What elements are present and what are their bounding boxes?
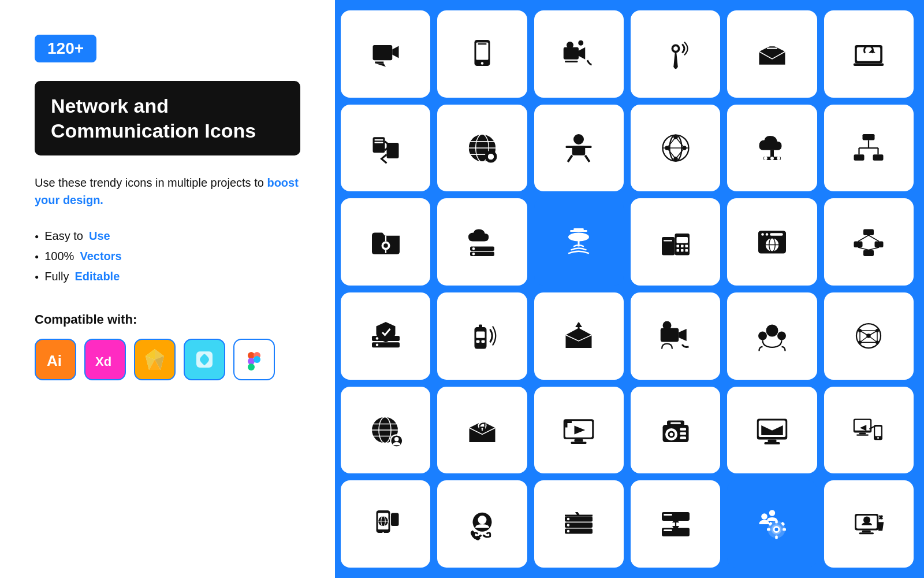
svg-line-140: [860, 336, 869, 342]
left-panel: 120+ Network and Communication Icons Use…: [0, 0, 335, 578]
svg-rect-168: [680, 428, 686, 431]
svg-rect-86: [570, 230, 587, 232]
svg-point-27: [673, 47, 678, 51]
svg-rect-64: [770, 150, 774, 157]
svg-rect-97: [685, 249, 688, 252]
svg-point-67: [770, 157, 774, 160]
svg-rect-176: [764, 442, 780, 444]
svg-rect-111: [875, 241, 884, 247]
svg-rect-182: [875, 427, 882, 436]
svg-rect-14: [372, 45, 392, 60]
icon-cell-mail-upload: [534, 292, 624, 380]
svg-rect-29: [767, 48, 777, 49]
svg-rect-96: [681, 249, 684, 252]
svg-rect-180: [856, 434, 869, 435]
icon-cell-browser-globe: [727, 198, 817, 286]
icon-cell-team-settings-featured: [727, 480, 817, 568]
icon-cell-user-presentation: [824, 480, 914, 568]
app-icon-figma[interactable]: [233, 339, 275, 380]
app-icon-illustrator[interactable]: Ai: [35, 339, 76, 380]
svg-point-24: [579, 40, 584, 46]
app-icon-xd[interactable]: Xd: [84, 339, 126, 380]
svg-point-87: [568, 232, 589, 241]
svg-rect-95: [676, 249, 679, 252]
icon-cell-3d-network: [824, 292, 914, 380]
svg-rect-89: [662, 237, 675, 255]
svg-rect-71: [873, 154, 884, 161]
app-icon-sketch[interactable]: [134, 339, 176, 380]
feature-editable: Fully Editable: [35, 270, 300, 283]
description-text: Use these trendy icons in multiple proje…: [35, 176, 267, 189]
app-icon-craft[interactable]: [184, 339, 225, 380]
svg-point-119: [375, 338, 378, 340]
icon-cell-email-open: [727, 10, 817, 98]
feature-use: Easy to Use: [35, 229, 300, 243]
svg-rect-122: [476, 332, 485, 338]
svg-point-129: [766, 325, 778, 337]
svg-rect-25: [565, 61, 578, 62]
icons-grid: [341, 10, 914, 568]
icon-cell-video-conference: [534, 10, 624, 98]
svg-point-77: [383, 243, 388, 248]
svg-rect-28: [766, 45, 779, 47]
svg-rect-88: [578, 240, 580, 247]
svg-rect-32: [854, 64, 884, 66]
svg-rect-110: [854, 241, 863, 247]
svg-rect-124: [481, 340, 485, 343]
svg-rect-52: [566, 146, 592, 148]
main-title: Network and Communication Icons: [51, 94, 284, 143]
svg-rect-16: [375, 62, 383, 64]
svg-rect-163: [565, 421, 568, 427]
icon-cell-global-connection-nodes: [631, 105, 720, 192]
svg-rect-104: [770, 233, 783, 236]
svg-rect-179: [859, 432, 866, 434]
svg-rect-92: [676, 244, 679, 247]
svg-rect-49: [494, 155, 496, 158]
svg-text:Ai: Ai: [47, 352, 62, 369]
icon-cell-video-monitor: [534, 387, 624, 474]
svg-rect-205: [664, 529, 672, 531]
svg-marker-15: [392, 46, 398, 58]
icon-cell-video-call-user: [631, 292, 720, 380]
svg-rect-221: [862, 530, 871, 532]
icons-grid-container: [312, 0, 924, 578]
svg-point-128: [662, 321, 671, 330]
icon-cell-data-transfer: [631, 480, 720, 568]
svg-line-114: [869, 235, 879, 242]
svg-point-45: [488, 154, 494, 160]
svg-line-141: [869, 336, 877, 342]
svg-rect-212: [767, 528, 770, 531]
count-badge: 120+: [35, 35, 96, 62]
icon-cell-phone: [437, 10, 527, 98]
svg-rect-222: [859, 532, 874, 534]
svg-rect-22: [564, 47, 579, 60]
svg-rect-31: [857, 47, 881, 61]
svg-point-20: [481, 62, 484, 65]
title-box: Network and Communication Icons: [35, 81, 300, 155]
svg-point-152: [394, 437, 399, 442]
svg-point-81: [472, 247, 475, 250]
svg-rect-98: [664, 240, 672, 241]
svg-line-139: [869, 331, 877, 336]
svg-point-220: [863, 516, 870, 523]
features-list: Easy to Use 100% Vectors Fully Editable: [35, 229, 300, 283]
svg-point-23: [567, 42, 573, 49]
svg-point-13: [248, 364, 255, 370]
icon-cell-team-collaboration: [727, 292, 817, 380]
icon-cell-secure-server: [341, 292, 430, 380]
svg-rect-123: [476, 340, 479, 343]
svg-point-167: [669, 432, 673, 436]
svg-rect-159: [575, 439, 583, 442]
svg-rect-69: [863, 134, 875, 140]
svg-rect-170: [680, 436, 686, 439]
svg-rect-109: [863, 229, 874, 235]
svg-rect-213: [783, 528, 786, 531]
svg-rect-91: [676, 237, 688, 243]
svg-rect-125: [479, 325, 482, 328]
svg-point-216: [761, 513, 767, 520]
svg-rect-21: [478, 43, 486, 45]
svg-line-116: [869, 247, 879, 250]
svg-rect-204: [664, 514, 672, 516]
svg-text:Xd: Xd: [95, 354, 111, 369]
svg-rect-19: [476, 43, 488, 60]
